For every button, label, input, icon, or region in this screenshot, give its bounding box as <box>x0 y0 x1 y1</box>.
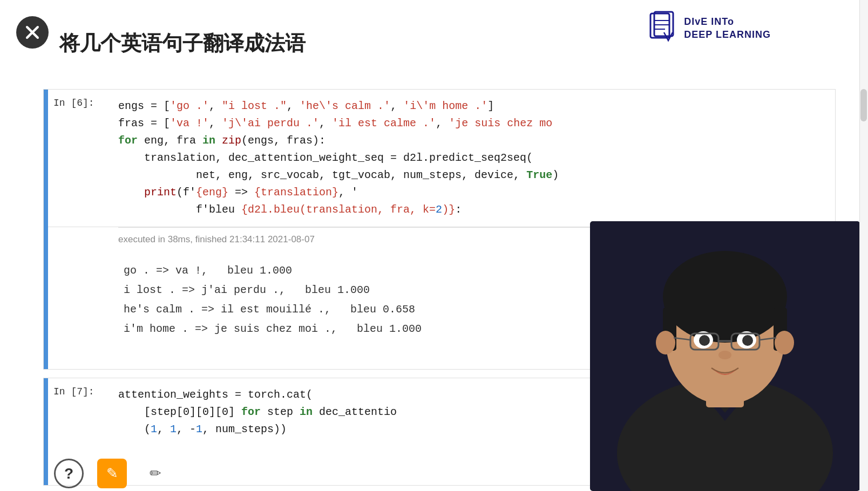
cell-left-bar <box>44 90 48 369</box>
main-container: 将几个英语句子翻译成法语 DIvE INTo DEEP LEARNING In … <box>0 0 868 491</box>
pencil-button[interactable]: ✏ <box>140 459 170 488</box>
code-line-1: engs = ['go .', "i lost .", 'he\'s calm … <box>118 98 835 115</box>
svg-rect-3 <box>654 12 673 36</box>
dive-logo-icon <box>648 11 677 46</box>
right-scrollbar[interactable] <box>859 0 868 491</box>
svg-rect-2 <box>650 13 669 38</box>
svg-point-20 <box>742 335 753 346</box>
cell-label-6: In [6]: <box>48 95 118 221</box>
code-line-5: net, eng, src_vocab, tgt_vocab, num_step… <box>118 167 835 184</box>
edit-button[interactable]: ✎ <box>97 459 127 488</box>
edit-icon: ✎ <box>106 465 118 482</box>
person-svg <box>590 221 860 491</box>
svg-point-16 <box>775 331 794 354</box>
svg-line-0 <box>27 27 38 38</box>
logo-area: DIvE INTo DEEP LEARNING <box>648 11 771 46</box>
person-overlay <box>590 221 860 491</box>
help-icon: ? <box>64 465 73 482</box>
cell-input-6: In [6]: engs = ['go .', "i lost .", 'he\… <box>48 90 835 227</box>
logo-line1: DIvE INTo <box>684 16 771 28</box>
logo-line2: DEEP LEARNING <box>684 29 771 41</box>
code-line-2: fras = ['va !', 'j\'ai perdu .', 'il est… <box>118 115 835 132</box>
svg-line-1 <box>27 27 38 38</box>
scrollbar-thumb[interactable] <box>860 89 867 121</box>
page-title: 将几个英语句子翻译成法语 <box>59 30 306 57</box>
help-button[interactable]: ? <box>54 459 84 488</box>
svg-point-15 <box>656 331 675 354</box>
cell-label-7: In [7]: <box>48 384 118 441</box>
svg-point-12 <box>663 251 787 343</box>
code-block-6: engs = ['go .', "i lost .", 'he\'s calm … <box>118 95 835 221</box>
svg-point-26 <box>718 351 731 359</box>
svg-point-19 <box>699 335 710 346</box>
code-line-6: print(f'{eng} => {translation}, ' <box>118 184 835 201</box>
logo-text: DIvE INTo DEEP LEARNING <box>684 16 771 41</box>
close-button[interactable] <box>16 16 49 49</box>
code-line-4: translation, dec_attention_weight_seq = … <box>118 149 835 167</box>
pencil-icon: ✏ <box>150 465 161 482</box>
code-line-7: f'bleu {d2l.bleu(translation, fra, k=2)}… <box>118 201 835 219</box>
code-line-3: for eng, fra in zip(engs, fras): <box>118 132 835 149</box>
